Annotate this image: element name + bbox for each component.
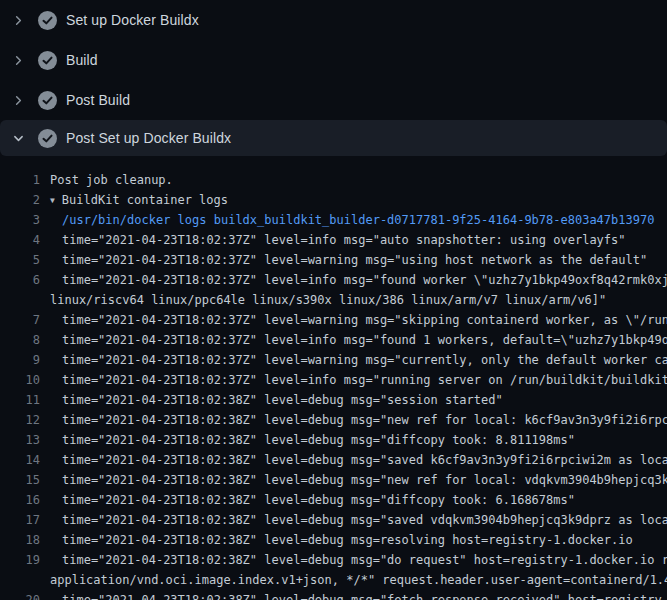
step-row[interactable]: Post Build	[0, 80, 667, 120]
line-number[interactable]: 19	[0, 550, 40, 570]
chevron-right-icon	[11, 53, 25, 67]
log-text: time="2021-04-23T18:02:38Z" level=debug …	[40, 590, 667, 600]
log-row: 4time="2021-04-23T18:02:37Z" level=info …	[0, 230, 667, 250]
log-row: 19time="2021-04-23T18:02:38Z" level=debu…	[0, 550, 667, 570]
log-text: time="2021-04-23T18:02:38Z" level=debug …	[40, 410, 667, 430]
log-row: linux/riscv64 linux/ppc64le linux/s390x …	[0, 290, 667, 310]
log-text: time="2021-04-23T18:02:37Z" level=info m…	[40, 330, 667, 350]
log-text: time="2021-04-23T18:02:38Z" level=debug …	[40, 430, 575, 450]
log-row: 13time="2021-04-23T18:02:38Z" level=debu…	[0, 430, 667, 450]
log-row: 2▼BuildKit container logs	[0, 190, 667, 210]
log-row: 15time="2021-04-23T18:02:38Z" level=debu…	[0, 470, 667, 490]
log-row: 1Post job cleanup.	[0, 170, 667, 190]
log-text: linux/riscv64 linux/ppc64le linux/s390x …	[40, 290, 606, 310]
line-number[interactable]: 16	[0, 490, 40, 510]
log-text: time="2021-04-23T18:02:38Z" level=debug …	[40, 530, 633, 550]
log-text: time="2021-04-23T18:02:37Z" level=info m…	[40, 230, 626, 250]
log-text: time="2021-04-23T18:02:37Z" level=info m…	[40, 370, 667, 390]
line-number[interactable]: 15	[0, 470, 40, 490]
check-circle-icon	[38, 11, 57, 30]
line-number[interactable]: 7	[0, 310, 40, 330]
line-number[interactable]: 13	[0, 430, 40, 450]
log-text: time="2021-04-23T18:02:38Z" level=debug …	[40, 390, 503, 410]
line-number[interactable]: 11	[0, 390, 40, 410]
group-title: BuildKit container logs	[62, 193, 228, 207]
log-row: 5time="2021-04-23T18:02:37Z" level=warni…	[0, 250, 667, 270]
log-text: time="2021-04-23T18:02:37Z" level=warnin…	[40, 310, 667, 330]
log-row: 20time="2021-04-23T18:02:38Z" level=debu…	[0, 590, 667, 600]
log-row: 9time="2021-04-23T18:02:37Z" level=warni…	[0, 350, 667, 370]
log-text[interactable]: ▼BuildKit container logs	[40, 190, 228, 210]
log-row: 10time="2021-04-23T18:02:37Z" level=info…	[0, 370, 667, 390]
log-row: 7time="2021-04-23T18:02:37Z" level=warni…	[0, 310, 667, 330]
step-row[interactable]: Set up Docker Buildx	[0, 0, 667, 40]
line-number[interactable]: 8	[0, 330, 40, 350]
log-text: time="2021-04-23T18:02:38Z" level=debug …	[40, 450, 667, 470]
line-number[interactable]: 9	[0, 350, 40, 370]
step-label: Post Set up Docker Buildx	[66, 130, 231, 146]
line-number[interactable]: 2	[0, 190, 40, 210]
group-toggle-icon[interactable]: ▼	[50, 191, 55, 211]
line-number[interactable]: 5	[0, 250, 40, 270]
line-number[interactable]: 4	[0, 230, 40, 250]
check-circle-icon	[38, 51, 57, 70]
log-text: application/vnd.oci.image.index.v1+json,…	[40, 570, 667, 590]
log-row: 8time="2021-04-23T18:02:37Z" level=info …	[0, 330, 667, 350]
line-number[interactable]: 17	[0, 510, 40, 530]
workflow-log-panel: Set up Docker BuildxBuildPost BuildPost …	[0, 0, 667, 600]
log-row: application/vnd.oci.image.index.v1+json,…	[0, 570, 667, 590]
line-number[interactable]: 10	[0, 370, 40, 390]
steps-list: Set up Docker BuildxBuildPost BuildPost …	[0, 0, 667, 156]
log-row: 18time="2021-04-23T18:02:38Z" level=debu…	[0, 530, 667, 550]
line-number	[0, 290, 40, 310]
step-row[interactable]: Build	[0, 40, 667, 80]
log-text: time="2021-04-23T18:02:37Z" level=warnin…	[40, 350, 667, 370]
step-row[interactable]: Post Set up Docker Buildx	[0, 120, 667, 156]
log-row: 17time="2021-04-23T18:02:38Z" level=debu…	[0, 510, 667, 530]
log-text: time="2021-04-23T18:02:38Z" level=debug …	[40, 550, 667, 570]
line-number[interactable]: 14	[0, 450, 40, 470]
chevron-down-icon	[11, 131, 25, 145]
log-row: 11time="2021-04-23T18:02:38Z" level=debu…	[0, 390, 667, 410]
log-area: 1Post job cleanup.2▼BuildKit container l…	[0, 170, 667, 600]
log-row: 12time="2021-04-23T18:02:38Z" level=debu…	[0, 410, 667, 430]
step-label: Build	[66, 52, 98, 68]
log-text: time="2021-04-23T18:02:38Z" level=debug …	[40, 510, 667, 530]
log-text: time="2021-04-23T18:02:38Z" level=debug …	[40, 490, 575, 510]
chevron-right-icon	[11, 13, 25, 27]
step-label: Set up Docker Buildx	[66, 12, 199, 28]
line-number[interactable]: 6	[0, 270, 40, 290]
step-label: Post Build	[66, 92, 130, 108]
line-number[interactable]: 20	[0, 590, 40, 600]
log-text: time="2021-04-23T18:02:38Z" level=debug …	[40, 470, 667, 490]
line-number[interactable]: 3	[0, 210, 40, 230]
chevron-right-icon	[11, 93, 25, 107]
log-text: time="2021-04-23T18:02:37Z" level=info m…	[40, 270, 667, 290]
check-circle-icon	[38, 91, 57, 110]
log-row: 14time="2021-04-23T18:02:38Z" level=debu…	[0, 450, 667, 470]
log-text: Post job cleanup.	[40, 170, 173, 190]
log-row: 3/usr/bin/docker logs buildx_buildkit_bu…	[0, 210, 667, 230]
line-number[interactable]: 12	[0, 410, 40, 430]
check-circle-icon	[38, 129, 57, 148]
log-row: 6time="2021-04-23T18:02:37Z" level=info …	[0, 270, 667, 290]
line-number[interactable]: 1	[0, 170, 40, 190]
line-number[interactable]: 18	[0, 530, 40, 550]
log-text: time="2021-04-23T18:02:37Z" level=warnin…	[40, 250, 647, 270]
command-text: /usr/bin/docker logs buildx_buildkit_bui…	[40, 210, 654, 230]
line-number	[0, 570, 40, 590]
log-row: 16time="2021-04-23T18:02:38Z" level=debu…	[0, 490, 667, 510]
